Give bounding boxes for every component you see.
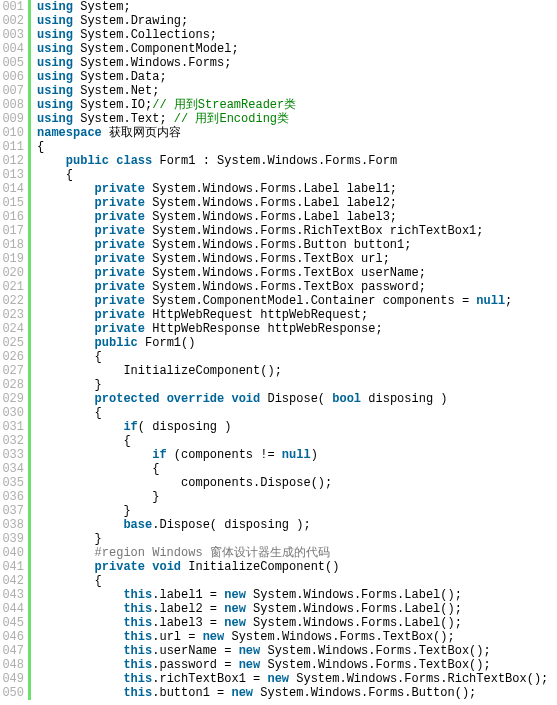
line-number: 001 [0, 0, 24, 14]
code-line: protected override void Dispose( bool di… [37, 392, 557, 406]
line-number: 042 [0, 574, 24, 588]
line-number: 049 [0, 672, 24, 686]
code-line: } [37, 504, 557, 518]
code-line: using System.IO;// 用到StreamReader类 [37, 98, 557, 112]
line-number: 009 [0, 112, 24, 126]
line-number: 047 [0, 644, 24, 658]
code-line: } [37, 490, 557, 504]
line-number: 004 [0, 42, 24, 56]
line-number: 045 [0, 616, 24, 630]
line-number: 023 [0, 308, 24, 322]
code-line: this.password = new System.Windows.Forms… [37, 658, 557, 672]
code-line: using System.Collections; [37, 28, 557, 42]
line-number: 046 [0, 630, 24, 644]
line-number: 013 [0, 168, 24, 182]
code-line: using System.Windows.Forms; [37, 56, 557, 70]
line-number: 006 [0, 70, 24, 84]
line-number: 016 [0, 210, 24, 224]
line-number: 018 [0, 238, 24, 252]
code-line: { [37, 434, 557, 448]
line-number: 010 [0, 126, 24, 140]
line-number: 043 [0, 588, 24, 602]
line-number: 048 [0, 658, 24, 672]
code-line: { [37, 462, 557, 476]
code-line: private void InitializeComponent() [37, 560, 557, 574]
line-number: 024 [0, 322, 24, 336]
code-line: private System.Windows.Forms.TextBox pas… [37, 280, 557, 294]
line-number: 012 [0, 154, 24, 168]
code-line: public Form1() [37, 336, 557, 350]
code-line: private System.Windows.Forms.Label label… [37, 196, 557, 210]
code-line: this.label1 = new System.Windows.Forms.L… [37, 588, 557, 602]
line-number: 025 [0, 336, 24, 350]
line-number: 041 [0, 560, 24, 574]
code-line: this.url = new System.Windows.Forms.Text… [37, 630, 557, 644]
line-number: 026 [0, 350, 24, 364]
code-line: this.userName = new System.Windows.Forms… [37, 644, 557, 658]
code-line: private HttpWebRequest httpWebRequest; [37, 308, 557, 322]
line-number: 027 [0, 364, 24, 378]
line-number: 029 [0, 392, 24, 406]
code-line: #region Windows 窗体设计器生成的代码 [37, 546, 557, 560]
code-line: this.richTextBox1 = new System.Windows.F… [37, 672, 557, 686]
code-line: base.Dispose( disposing ); [37, 518, 557, 532]
line-number: 050 [0, 686, 24, 700]
line-number: 032 [0, 434, 24, 448]
line-number: 019 [0, 252, 24, 266]
line-number: 031 [0, 420, 24, 434]
line-number-gutter: 0010020030040050060070080090100110120130… [0, 0, 28, 700]
code-line: { [37, 406, 557, 420]
code-line: InitializeComponent(); [37, 364, 557, 378]
line-number: 011 [0, 140, 24, 154]
line-number: 033 [0, 448, 24, 462]
code-line: { [37, 350, 557, 364]
code-line: namespace 获取网页内容 [37, 126, 557, 140]
line-number: 039 [0, 532, 24, 546]
code-line: this.label2 = new System.Windows.Forms.L… [37, 602, 557, 616]
line-number: 034 [0, 462, 24, 476]
code-line: private System.Windows.Forms.Label label… [37, 210, 557, 224]
code-line: { [37, 574, 557, 588]
line-number: 028 [0, 378, 24, 392]
code-line: using System.Text; // 用到Encoding类 [37, 112, 557, 126]
code-viewer: 0010020030040050060070080090100110120130… [0, 0, 557, 700]
code-line: private System.Windows.Forms.TextBox url… [37, 252, 557, 266]
code-content[interactable]: using System;using System.Drawing;using … [31, 0, 557, 700]
code-line: this.label3 = new System.Windows.Forms.L… [37, 616, 557, 630]
code-line: using System.Net; [37, 84, 557, 98]
code-line: private System.Windows.Forms.Label label… [37, 182, 557, 196]
line-number: 030 [0, 406, 24, 420]
line-number: 014 [0, 182, 24, 196]
code-line: private System.ComponentModel.Container … [37, 294, 557, 308]
code-line: using System.ComponentModel; [37, 42, 557, 56]
line-number: 008 [0, 98, 24, 112]
code-line: if (components != null) [37, 448, 557, 462]
line-number: 002 [0, 14, 24, 28]
line-number: 003 [0, 28, 24, 42]
code-line: components.Dispose(); [37, 476, 557, 490]
line-number: 022 [0, 294, 24, 308]
code-line: using System; [37, 0, 557, 14]
line-number: 035 [0, 476, 24, 490]
code-line: private System.Windows.Forms.RichTextBox… [37, 224, 557, 238]
code-line: } [37, 532, 557, 546]
code-line: { [37, 140, 557, 154]
code-line: this.button1 = new System.Windows.Forms.… [37, 686, 557, 700]
line-number: 005 [0, 56, 24, 70]
line-number: 021 [0, 280, 24, 294]
line-number: 036 [0, 490, 24, 504]
line-number: 017 [0, 224, 24, 238]
line-number: 038 [0, 518, 24, 532]
code-line: private System.Windows.Forms.TextBox use… [37, 266, 557, 280]
code-line: using System.Data; [37, 70, 557, 84]
code-line: { [37, 168, 557, 182]
code-line: private System.Windows.Forms.Button butt… [37, 238, 557, 252]
code-line: using System.Drawing; [37, 14, 557, 28]
code-line: private HttpWebResponse httpWebResponse; [37, 322, 557, 336]
code-line: public class Form1 : System.Windows.Form… [37, 154, 557, 168]
line-number: 040 [0, 546, 24, 560]
code-line: } [37, 378, 557, 392]
line-number: 037 [0, 504, 24, 518]
code-line: if( disposing ) [37, 420, 557, 434]
line-number: 020 [0, 266, 24, 280]
